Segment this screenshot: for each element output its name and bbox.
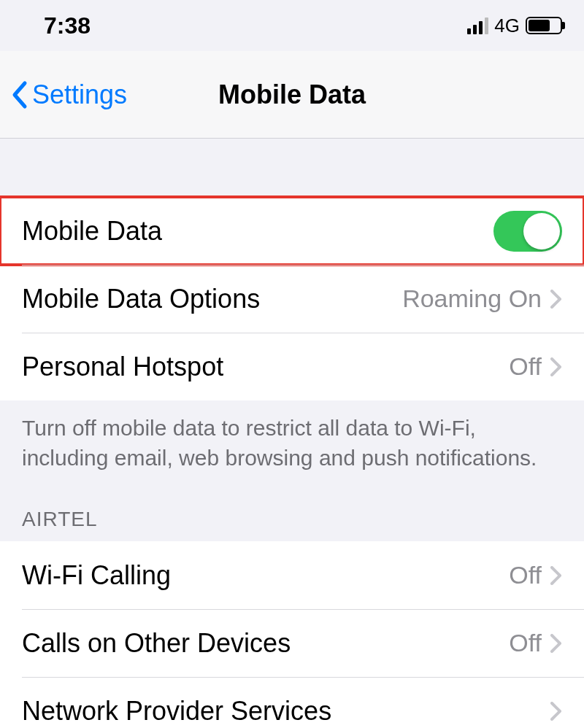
chevron-right-icon bbox=[550, 357, 562, 376]
wifi-calling-label: Wi-Fi Calling bbox=[22, 560, 171, 591]
chevron-left-icon bbox=[10, 80, 31, 109]
wifi-calling-row[interactable]: Wi-Fi Calling Off bbox=[0, 541, 584, 609]
battery-icon bbox=[526, 17, 562, 34]
chevron-right-icon bbox=[550, 290, 562, 309]
mobile-data-options-label: Mobile Data Options bbox=[22, 284, 260, 314]
settings-group-carrier: Wi-Fi Calling Off Calls on Other Devices… bbox=[0, 541, 584, 728]
mobile-data-options-value: Roaming On bbox=[402, 284, 542, 313]
mobile-data-footer: Turn off mobile data to restrict all dat… bbox=[0, 400, 584, 473]
status-indicators: 4G bbox=[467, 15, 562, 37]
carrier-section-header: AIRTEL bbox=[0, 473, 584, 541]
personal-hotspot-label: Personal Hotspot bbox=[22, 352, 223, 382]
personal-hotspot-row[interactable]: Personal Hotspot Off bbox=[0, 333, 584, 400]
signal-icon bbox=[467, 18, 488, 34]
chevron-right-icon bbox=[550, 566, 562, 585]
calls-other-devices-value: Off bbox=[509, 629, 542, 657]
calls-other-devices-row[interactable]: Calls on Other Devices Off bbox=[0, 609, 584, 677]
mobile-data-toggle[interactable] bbox=[493, 211, 562, 252]
navigation-bar: Settings Mobile Data bbox=[0, 51, 584, 139]
mobile-data-label: Mobile Data bbox=[22, 216, 162, 247]
back-button[interactable]: Settings bbox=[0, 80, 127, 110]
network-provider-services-row[interactable]: Network Provider Services bbox=[0, 677, 584, 728]
network-provider-services-label: Network Provider Services bbox=[22, 696, 331, 727]
mobile-data-options-row[interactable]: Mobile Data Options Roaming On bbox=[0, 265, 584, 333]
page-title: Mobile Data bbox=[218, 80, 366, 110]
back-label: Settings bbox=[32, 80, 127, 110]
network-type: 4G bbox=[494, 15, 520, 37]
personal-hotspot-value: Off bbox=[509, 352, 542, 381]
status-time: 7:38 bbox=[44, 12, 91, 39]
settings-group-main: Mobile Data Mobile Data Options Roaming … bbox=[0, 197, 584, 400]
mobile-data-row[interactable]: Mobile Data bbox=[0, 197, 584, 265]
status-bar: 7:38 4G bbox=[0, 0, 584, 51]
chevron-right-icon bbox=[550, 702, 562, 721]
calls-other-devices-label: Calls on Other Devices bbox=[22, 628, 291, 659]
wifi-calling-value: Off bbox=[509, 561, 542, 589]
chevron-right-icon bbox=[550, 634, 562, 653]
